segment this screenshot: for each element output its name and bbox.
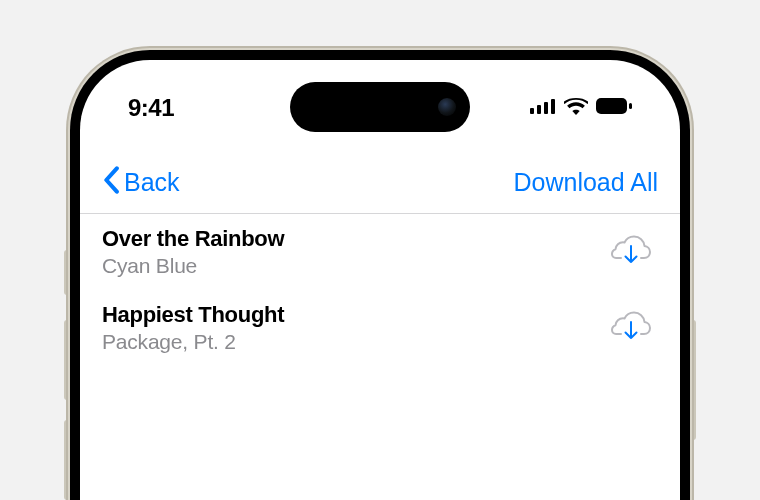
list-item-title: Happiest Thought xyxy=(102,302,284,328)
download-all-button[interactable]: Download All xyxy=(513,168,658,197)
list-item-subtitle: Cyan Blue xyxy=(102,254,284,278)
download-button[interactable] xyxy=(610,234,652,270)
list-item-subtitle: Package, Pt. 2 xyxy=(102,330,284,354)
list-item[interactable]: Happiest Thought Package, Pt. 2 xyxy=(80,290,680,366)
content-list: Over the Rainbow Cyan Blue Happiest Thou… xyxy=(80,214,680,500)
svg-rect-0 xyxy=(530,108,534,114)
svg-rect-1 xyxy=(537,105,541,114)
screen: 9:41 xyxy=(80,60,680,500)
status-time: 9:41 xyxy=(128,94,174,122)
svg-rect-3 xyxy=(551,99,555,114)
list-item-text: Happiest Thought Package, Pt. 2 xyxy=(102,302,284,354)
svg-rect-4 xyxy=(596,98,627,114)
wifi-icon xyxy=(564,98,588,119)
list-item-text: Over the Rainbow Cyan Blue xyxy=(102,226,284,278)
list-item-title: Over the Rainbow xyxy=(102,226,284,252)
download-button[interactable] xyxy=(610,310,652,346)
chevron-left-icon xyxy=(102,166,120,200)
battery-icon xyxy=(596,98,632,118)
status-bar: 9:41 xyxy=(80,60,680,150)
nav-bar: Back Download All xyxy=(80,152,680,214)
cloud-download-icon xyxy=(610,234,652,270)
cellular-icon xyxy=(530,98,556,118)
phone-frame: 9:41 xyxy=(70,50,690,500)
svg-rect-5 xyxy=(629,103,632,109)
cloud-download-icon xyxy=(610,310,652,346)
status-icons xyxy=(530,98,632,119)
svg-rect-2 xyxy=(544,102,548,114)
back-button[interactable]: Back xyxy=(102,166,180,200)
power-button xyxy=(690,320,696,440)
list-item[interactable]: Over the Rainbow Cyan Blue xyxy=(80,214,680,290)
back-label: Back xyxy=(124,168,180,197)
